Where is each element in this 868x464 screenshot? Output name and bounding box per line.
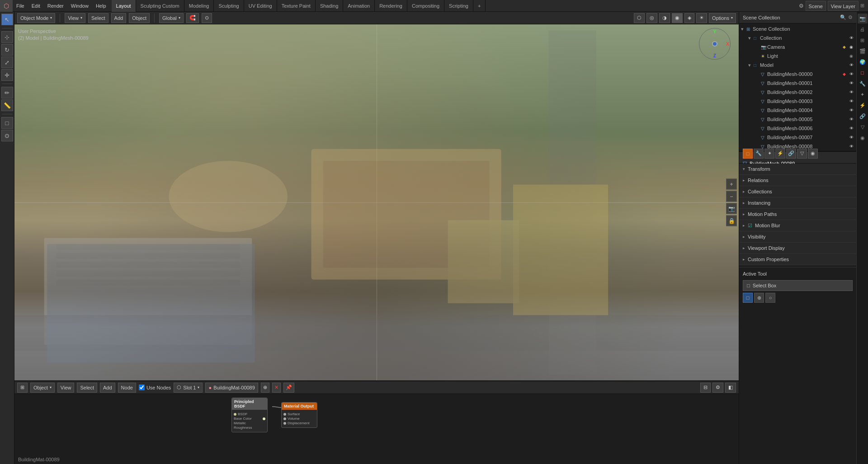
shading-material[interactable]: ◈ bbox=[684, 13, 694, 23]
tab-modeling[interactable]: Modeling bbox=[184, 0, 214, 12]
slot-selector[interactable]: ⬡ Slot 1 ▾ bbox=[174, 383, 203, 393]
world-props-icon[interactable]: 🌍 bbox=[858, 57, 868, 67]
render-icon-camera[interactable]: ◉ bbox=[848, 44, 854, 50]
modifier-props-btn[interactable]: 🔧 bbox=[858, 79, 868, 89]
view-layer-props-icon[interactable]: ⊞ bbox=[858, 35, 868, 45]
view-layer-selector[interactable]: View Layer bbox=[828, 1, 859, 11]
outliner-item-scene-collection[interactable]: ▾ ⊞ Scene Collection bbox=[739, 24, 856, 33]
tab-add[interactable]: + bbox=[473, 0, 486, 12]
render-icon-m0[interactable]: 👁 bbox=[848, 71, 854, 77]
add-menu[interactable]: Add bbox=[111, 13, 127, 23]
motion-blur-check[interactable]: ☑ bbox=[748, 223, 752, 229]
constraints-props-btn[interactable]: 🔗 bbox=[858, 111, 868, 121]
menu-file[interactable]: File bbox=[13, 0, 28, 12]
add-cube-tool[interactable]: □ bbox=[1, 117, 13, 129]
material-delete-btn[interactable]: ✕ bbox=[272, 383, 281, 393]
menu-help[interactable]: Help bbox=[92, 0, 110, 12]
eye-icon[interactable]: 👁 bbox=[848, 35, 854, 41]
select-lasso-mode-icon[interactable]: ○ bbox=[765, 293, 775, 303]
principled-bsdf-node[interactable]: Principled BSDF BSDF Base Color Metallic… bbox=[231, 398, 268, 432]
select-box-mode-icon[interactable]: □ bbox=[743, 293, 753, 303]
outliner-filter-btn[interactable]: 🔍 bbox=[840, 14, 846, 20]
shading-solid[interactable]: ◉ bbox=[672, 13, 683, 23]
node-zoom-controls[interactable]: ⊟ bbox=[700, 383, 711, 393]
motion-paths-header[interactable]: ▸ Motion Paths bbox=[739, 209, 856, 220]
snap-dropdown[interactable]: 🧲 bbox=[186, 13, 199, 23]
tab-sculpting-custom[interactable]: Sculpting Custom bbox=[136, 0, 184, 12]
outliner-item-mesh00[interactable]: ▽ BuildingMesh-00000 ◆ 👁 bbox=[739, 70, 856, 79]
outliner-settings-btn[interactable]: ⚙ bbox=[848, 14, 853, 20]
outliner-item-mesh01[interactable]: ▽ BuildingMesh-00001 👁 bbox=[739, 79, 856, 88]
physics-icon[interactable]: ⚡ bbox=[775, 149, 785, 159]
transform-header[interactable]: ▾ Transform bbox=[739, 164, 856, 174]
visibility-header[interactable]: ▸ Visibility bbox=[739, 231, 856, 242]
relations-header[interactable]: ▸ Relations bbox=[739, 175, 856, 186]
outliner-item-light[interactable]: ☀ Light ◉ bbox=[739, 52, 856, 61]
data-icon[interactable]: ▽ bbox=[797, 149, 807, 159]
modifier-props-icon[interactable]: 🔧 bbox=[754, 149, 764, 159]
node-object-menu[interactable]: Object ▾ bbox=[30, 383, 55, 393]
object-props-icon[interactable]: □ bbox=[743, 149, 753, 159]
use-nodes-toggle[interactable]: Use Nodes bbox=[139, 384, 171, 390]
eye-icon-camera[interactable]: ◆ bbox=[841, 44, 847, 50]
scene-selector[interactable]: Scene bbox=[806, 1, 826, 11]
rotate-tool[interactable]: ↻ bbox=[1, 44, 13, 56]
proportional-dropdown[interactable]: ⊙ bbox=[202, 13, 212, 23]
select-circle-mode-icon[interactable]: ⊕ bbox=[754, 293, 764, 303]
outliner-item-mesh04[interactable]: ▽ BuildingMesh-00004 👁 bbox=[739, 106, 856, 115]
node-select-menu[interactable]: Select bbox=[77, 383, 97, 393]
material-output-node[interactable]: Material Output Surface Volume Displacem… bbox=[281, 402, 317, 428]
particles-props-btn[interactable]: ✦ bbox=[858, 89, 868, 99]
eye-icon-m4[interactable]: 👁 bbox=[848, 107, 854, 113]
options-dropdown[interactable]: Options ▾ bbox=[709, 13, 736, 23]
constraints-icon[interactable]: 🔗 bbox=[786, 149, 796, 159]
eye-icon-light[interactable]: ◉ bbox=[848, 53, 854, 59]
menu-render[interactable]: Render bbox=[44, 0, 67, 12]
tab-shading[interactable]: Shading bbox=[316, 0, 343, 12]
collections-header[interactable]: ▸ Collections bbox=[739, 186, 856, 197]
measure-tool[interactable]: 📏 bbox=[1, 99, 13, 111]
xray-toggle[interactable]: ◑ bbox=[659, 13, 670, 23]
select-menu[interactable]: Select bbox=[88, 13, 108, 23]
node-side-btn[interactable]: ◧ bbox=[725, 383, 736, 393]
data-props-btn[interactable]: ▽ bbox=[858, 122, 868, 132]
scale-tool[interactable]: ⤢ bbox=[1, 56, 13, 68]
select-box-btn[interactable]: □ Select Box bbox=[743, 280, 853, 291]
tab-uv-editing[interactable]: UV Editing bbox=[244, 0, 277, 12]
material-selector[interactable]: ● BuildingMat-00089 bbox=[205, 383, 258, 393]
editor-type-btn[interactable]: ⊞ bbox=[17, 383, 28, 393]
mode-dropdown[interactable]: Object Mode ▾ bbox=[17, 13, 55, 23]
view-menu[interactable]: View ▾ bbox=[65, 13, 85, 23]
object-props-btn[interactable]: □ bbox=[858, 68, 868, 78]
node-settings-btn[interactable]: ⚙ bbox=[712, 383, 723, 393]
eye-icon-m2[interactable]: 👁 bbox=[848, 89, 854, 95]
eyedropper-tool[interactable]: ⊙ bbox=[1, 130, 13, 141]
scene-props-icon[interactable]: 🎬 bbox=[858, 46, 868, 56]
output-props-icon[interactable]: 🖨 bbox=[858, 24, 868, 34]
tab-scripting[interactable]: Scripting bbox=[444, 0, 473, 12]
node-add-menu[interactable]: Add bbox=[100, 383, 115, 393]
material-pin-btn[interactable]: 📌 bbox=[283, 383, 294, 393]
app-icon[interactable]: ⬡ bbox=[0, 0, 13, 12]
eye-icon-m7[interactable]: 👁 bbox=[848, 134, 854, 141]
tab-compositing[interactable]: Compositing bbox=[407, 0, 444, 12]
use-nodes-checkbox[interactable] bbox=[139, 384, 145, 390]
shading-rendered[interactable]: ☀ bbox=[696, 13, 707, 23]
node-view-menu[interactable]: View bbox=[57, 383, 75, 393]
eye-icon-m6[interactable]: 👁 bbox=[848, 125, 854, 131]
outliner-item-mesh03[interactable]: ▽ BuildingMesh-00003 👁 bbox=[739, 97, 856, 106]
annotate-tool[interactable]: ✏ bbox=[1, 87, 13, 98]
menu-edit[interactable]: Edit bbox=[28, 0, 44, 12]
global-dropdown[interactable]: Global ▾ bbox=[159, 13, 184, 23]
menu-window[interactable]: Window bbox=[67, 0, 92, 12]
node-node-menu[interactable]: Node bbox=[118, 383, 136, 393]
3d-viewport[interactable]: User Perspective (2) Model | BuildingMes… bbox=[14, 24, 739, 380]
move-tool[interactable]: ⊹ bbox=[1, 31, 13, 43]
eye-icon-m5[interactable]: 👁 bbox=[848, 116, 854, 122]
outliner-item-collection[interactable]: ▾ □ Collection 👁 bbox=[739, 33, 856, 42]
outliner-item-mesh07[interactable]: ▽ BuildingMesh-00007 👁 bbox=[739, 133, 856, 142]
custom-props-header[interactable]: ▸ Custom Properties bbox=[739, 254, 856, 265]
tab-rendering[interactable]: Rendering bbox=[375, 0, 407, 12]
overlay-toggle[interactable]: ◎ bbox=[646, 13, 657, 23]
viewport-display-mode[interactable]: ⬡ bbox=[634, 13, 645, 23]
